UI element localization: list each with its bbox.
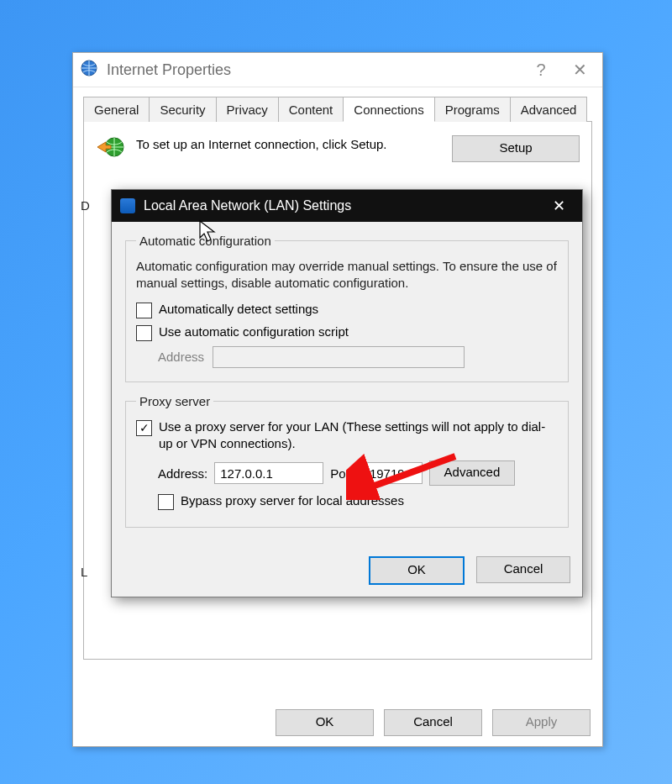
lan-settings-title: Local Area Network (LAN) Settings <box>144 198 540 213</box>
internet-properties-footer: OK Cancel Apply <box>276 709 591 736</box>
auto-script-address-row: Address <box>158 346 558 368</box>
window-title: Internet Properties <box>107 61 522 79</box>
proxy-port-label: Port: <box>330 466 357 481</box>
use-proxy-label: Use a proxy server for your LAN (These s… <box>159 418 558 453</box>
parent-ok-button[interactable]: OK <box>276 709 374 736</box>
proxy-port-input[interactable]: 19719 <box>364 462 423 484</box>
parent-apply-button: Apply <box>492 709 591 736</box>
setup-button[interactable]: Setup <box>452 135 580 162</box>
automatic-configuration-legend: Automatic configuration <box>136 234 275 248</box>
tab-advanced[interactable]: Advanced <box>510 97 588 122</box>
auto-detect-label: Automatically detect settings <box>159 301 318 318</box>
truncated-text-d: D <box>81 198 90 213</box>
proxy-address-label: Address: <box>158 466 207 481</box>
automatic-configuration-group: Automatic configuration Automatic config… <box>125 234 569 382</box>
auto-script-label: Use automatic configuration script <box>159 324 349 340</box>
auto-detect-checkbox[interactable] <box>136 303 152 318</box>
lan-close-button[interactable]: ✕ <box>540 193 577 218</box>
lan-settings-footer: OK Cancel <box>112 551 582 597</box>
bypass-local-checkbox[interactable] <box>158 494 174 510</box>
proxy-server-group: Proxy server ✓ Use a proxy server for yo… <box>125 394 569 529</box>
tab-privacy[interactable]: Privacy <box>216 97 279 122</box>
auto-script-checkbox[interactable] <box>136 325 152 341</box>
parent-cancel-button[interactable]: Cancel <box>384 709 482 736</box>
proxy-advanced-button[interactable]: Advanced <box>429 460 515 486</box>
tab-programs[interactable]: Programs <box>434 97 511 122</box>
proxy-address-row: Address: 127.0.0.1 Port: 19719 Advanced <box>158 460 558 486</box>
bypass-local-label: Bypass proxy server for local addresses <box>181 492 404 509</box>
internet-options-icon <box>80 59 98 82</box>
bypass-local-row[interactable]: Bypass proxy server for local addresses <box>158 492 558 510</box>
use-proxy-checkbox[interactable]: ✓ <box>136 420 152 436</box>
lan-settings-icon <box>120 198 135 213</box>
automatic-configuration-desc: Automatic configuration may override man… <box>136 258 558 292</box>
lan-settings-window: Local Area Network (LAN) Settings ✕ Auto… <box>111 189 583 597</box>
auto-script-address-input <box>213 346 465 368</box>
lan-settings-titlebar[interactable]: Local Area Network (LAN) Settings ✕ <box>112 190 582 222</box>
auto-detect-row[interactable]: Automatically detect settings <box>136 301 558 318</box>
truncated-text-l: L <box>81 565 87 579</box>
tab-content[interactable]: Content <box>278 97 344 122</box>
proxy-server-legend: Proxy server <box>136 394 213 408</box>
tab-connections[interactable]: Connections <box>343 97 434 122</box>
setup-instruction-text: To set up an Internet connection, click … <box>136 135 440 151</box>
help-button[interactable]: ? <box>522 56 560 83</box>
internet-properties-titlebar[interactable]: Internet Properties ? ✕ <box>73 53 602 87</box>
auto-script-address-label: Address <box>158 350 204 364</box>
close-button[interactable]: ✕ <box>560 56 599 83</box>
connection-wizard-icon <box>96 135 124 163</box>
proxy-address-input[interactable]: 127.0.0.1 <box>214 462 323 484</box>
tab-security[interactable]: Security <box>149 97 216 122</box>
tab-general[interactable]: General <box>83 97 150 122</box>
lan-cancel-button[interactable]: Cancel <box>476 556 570 583</box>
use-proxy-row[interactable]: ✓ Use a proxy server for your LAN (These… <box>136 418 558 453</box>
lan-ok-button[interactable]: OK <box>369 556 465 585</box>
tab-strip: General Security Privacy Content Connect… <box>83 96 592 122</box>
auto-script-row[interactable]: Use automatic configuration script <box>136 324 558 341</box>
lan-settings-body: Automatic configuration Automatic config… <box>112 222 582 551</box>
